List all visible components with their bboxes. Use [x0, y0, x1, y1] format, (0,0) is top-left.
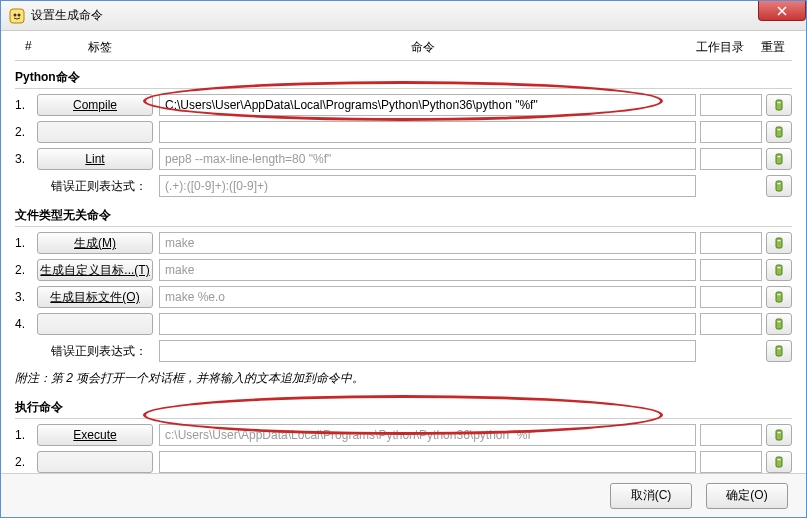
svg-rect-0	[776, 100, 782, 110]
row-python-3: 3. Lint	[15, 147, 792, 171]
row-number: 1.	[15, 236, 37, 250]
divider	[15, 226, 792, 227]
row-ft-2: 2. 生成自定义目标...(T)	[15, 258, 792, 282]
svg-rect-1	[778, 102, 781, 103]
svg-rect-18	[776, 430, 782, 440]
svg-rect-20	[776, 457, 782, 467]
divider	[15, 418, 792, 419]
reset-button[interactable]	[766, 121, 792, 143]
svg-rect-7	[778, 183, 781, 184]
reset-icon	[772, 290, 786, 304]
dialog-window: 设置生成命令 # 标签 命令 工作目录 重置 Python命令 1. Compi…	[0, 0, 807, 518]
workdir-input[interactable]	[700, 451, 762, 473]
workdir-input[interactable]	[700, 148, 762, 170]
window-title: 设置生成命令	[31, 7, 759, 24]
col-cmd: 命令	[159, 39, 686, 56]
reset-icon	[772, 263, 786, 277]
row-number: 1.	[15, 428, 37, 442]
col-label: 标签	[41, 39, 159, 56]
section-python-title: Python命令	[15, 63, 792, 88]
svg-rect-2	[776, 127, 782, 137]
reset-button[interactable]	[766, 175, 792, 197]
label-button-make-object[interactable]: 生成目标文件(O)	[37, 286, 153, 308]
reset-icon	[772, 125, 786, 139]
regex-input[interactable]	[159, 340, 696, 362]
label-button-empty[interactable]	[37, 451, 153, 473]
command-input[interactable]	[159, 94, 696, 116]
reset-button[interactable]	[766, 94, 792, 116]
reset-button[interactable]	[766, 232, 792, 254]
close-icon	[776, 6, 788, 16]
reset-icon	[772, 236, 786, 250]
row-python-2: 2.	[15, 120, 792, 144]
reset-button[interactable]	[766, 286, 792, 308]
svg-rect-8	[776, 238, 782, 248]
regex-label: 错误正则表达式：	[37, 178, 153, 195]
row-number: 2.	[15, 263, 37, 277]
workdir-input[interactable]	[700, 313, 762, 335]
command-input[interactable]	[159, 286, 696, 308]
workdir-input[interactable]	[700, 232, 762, 254]
svg-rect-13	[778, 294, 781, 295]
label-button-make[interactable]: 生成(M)	[37, 232, 153, 254]
command-input[interactable]	[159, 121, 696, 143]
close-button[interactable]	[758, 1, 806, 21]
command-input[interactable]	[159, 451, 696, 473]
reset-button[interactable]	[766, 313, 792, 335]
column-header: # 标签 命令 工作目录 重置	[15, 37, 792, 60]
section-ft-title: 文件类型无关命令	[15, 201, 792, 226]
reset-button[interactable]	[766, 340, 792, 362]
cancel-button[interactable]: 取消(C)	[610, 483, 692, 509]
svg-rect-9	[778, 240, 781, 241]
row-python-regex: 错误正则表达式：	[15, 174, 792, 198]
row-number: 2.	[15, 455, 37, 469]
workdir-input[interactable]	[700, 286, 762, 308]
reset-button[interactable]	[766, 424, 792, 446]
row-exec-1: 1. Execute	[15, 423, 792, 447]
row-number: 1.	[15, 98, 37, 112]
dialog-footer: 取消(C) 确定(O)	[1, 473, 806, 517]
divider	[15, 60, 792, 61]
svg-rect-12	[776, 292, 782, 302]
label-button-make-custom[interactable]: 生成自定义目标...(T)	[37, 259, 153, 281]
row-exec-2: 2.	[15, 450, 792, 473]
label-button-lint[interactable]: Lint	[37, 148, 153, 170]
content-area: # 标签 命令 工作目录 重置 Python命令 1. Compile 2. 3…	[1, 31, 806, 473]
command-input[interactable]	[159, 313, 696, 335]
col-num: #	[15, 39, 41, 56]
svg-rect-19	[778, 432, 781, 433]
regex-label: 错误正则表达式：	[37, 343, 153, 360]
svg-rect-3	[778, 129, 781, 130]
reset-icon	[772, 179, 786, 193]
row-number: 2.	[15, 125, 37, 139]
reset-button[interactable]	[766, 148, 792, 170]
workdir-input[interactable]	[700, 259, 762, 281]
label-button-empty[interactable]	[37, 313, 153, 335]
svg-rect-17	[778, 348, 781, 349]
label-button-empty[interactable]	[37, 121, 153, 143]
col-wd: 工作目录	[686, 39, 754, 56]
label-button-execute[interactable]: Execute	[37, 424, 153, 446]
reset-button[interactable]	[766, 451, 792, 473]
command-input[interactable]	[159, 259, 696, 281]
row-number: 3.	[15, 152, 37, 166]
workdir-input[interactable]	[700, 94, 762, 116]
workdir-input[interactable]	[700, 121, 762, 143]
label-button-compile[interactable]: Compile	[37, 94, 153, 116]
row-python-1: 1. Compile	[15, 93, 792, 117]
svg-rect-14	[776, 319, 782, 329]
svg-rect-21	[778, 459, 781, 460]
svg-rect-10	[776, 265, 782, 275]
command-input[interactable]	[159, 148, 696, 170]
command-input[interactable]	[159, 424, 696, 446]
regex-input[interactable]	[159, 175, 696, 197]
command-input[interactable]	[159, 232, 696, 254]
row-ft-1: 1. 生成(M)	[15, 231, 792, 255]
svg-rect-11	[778, 267, 781, 268]
reset-button[interactable]	[766, 259, 792, 281]
svg-rect-15	[778, 321, 781, 322]
section-exec-title: 执行命令	[15, 393, 792, 418]
ok-button[interactable]: 确定(O)	[706, 483, 788, 509]
svg-rect-5	[778, 156, 781, 157]
workdir-input[interactable]	[700, 424, 762, 446]
